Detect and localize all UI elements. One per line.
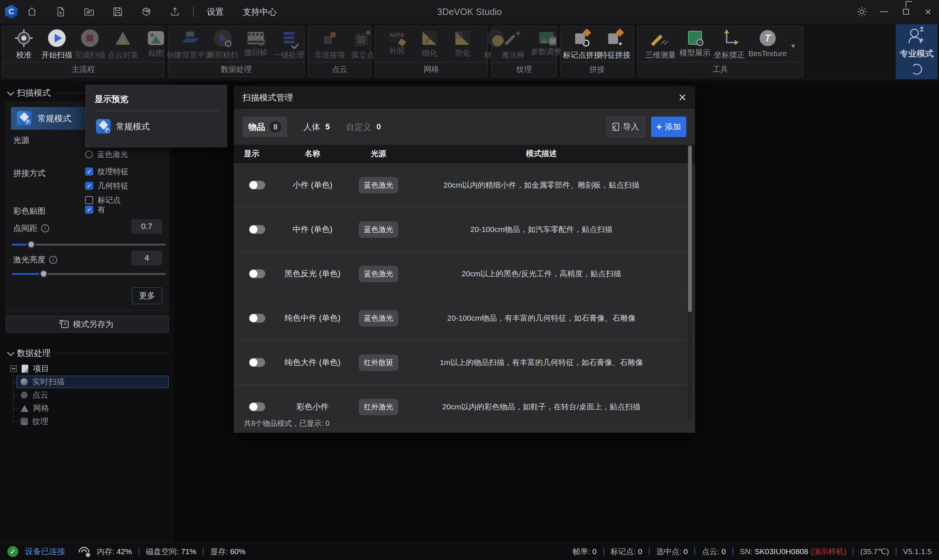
network-settings-icon[interactable] <box>78 546 90 557</box>
title-bar: C 设置 支持中心 3DeVOK Studio × <box>0 0 939 23</box>
import-button[interactable]: 导入 <box>606 117 645 137</box>
ribbon-disconnected-button[interactable]: 非连接项 <box>315 29 345 60</box>
show-toggle[interactable] <box>249 358 265 367</box>
ribbon-finish-scan-button[interactable]: 完成扫描 <box>74 29 105 60</box>
ribbon-feature-stitch-button[interactable]: 特征拼接 <box>600 29 631 60</box>
laser-brightness-slider[interactable] <box>12 269 166 278</box>
close-icon[interactable]: × <box>678 91 686 104</box>
tree-item-texture[interactable]: 纹理 <box>13 415 174 428</box>
radio-blue-laser[interactable]: 蓝色激光 <box>85 149 128 159</box>
toolbar-divider <box>193 6 194 17</box>
collapse-icon[interactable] <box>10 365 17 372</box>
ribbon-group-main: 校准 开始扫描 完成扫描 点云封装 贴图 主流程 <box>2 26 164 77</box>
slider-knob[interactable] <box>26 240 36 249</box>
pro-mode-button[interactable]: 专业模式 <box>896 24 937 79</box>
data-section-header[interactable]: 数据处理 <box>0 341 174 363</box>
ribbon-simplify-button[interactable]: 简化 <box>447 29 478 58</box>
marker-count: 标记点: 0 <box>611 546 642 557</box>
icon-part <box>724 29 729 33</box>
scrollbar[interactable] <box>688 145 692 418</box>
slider-knob[interactable] <box>39 269 48 278</box>
serial-number: SN: SK03IU0H0808 (演示样机) <box>740 546 846 557</box>
ribbon-pointcloud-wrap-button[interactable]: 点云封装 <box>108 29 138 60</box>
laser-brightness-value[interactable]: 4 <box>131 251 162 265</box>
dialog-header: 扫描模式管理 × <box>234 86 695 109</box>
show-toggle[interactable] <box>249 402 265 411</box>
pointcloud-icon <box>20 391 28 399</box>
tree-item-live-scan[interactable]: 实时扫描 <box>13 375 174 388</box>
ribbon-marker-stitch-button[interactable]: 标记点拼接 <box>567 29 598 60</box>
tab-custom[interactable]: 自定义 0 <box>346 121 381 133</box>
point-pitch-slider[interactable] <box>12 240 166 249</box>
popup-mode-item[interactable]: P 常规模式 <box>86 111 227 134</box>
ribbon-bestexture-button[interactable]: TBesTexture <box>748 29 787 58</box>
ribbon-group-pointcloud: 非连接项 孤立点 点云 <box>308 26 371 77</box>
open-project-icon[interactable] <box>75 0 103 23</box>
ribbon-param-adjust-button[interactable]: 参数调整 <box>531 29 561 57</box>
group-label-pointcloud: 点云 <box>308 62 371 77</box>
import-model-icon[interactable] <box>132 0 161 23</box>
memory-usage: 内存: 42% <box>97 546 132 557</box>
divider <box>55 353 169 353</box>
ribbon-calibrate-button[interactable]: 校准 <box>8 29 39 60</box>
show-toggle[interactable] <box>249 269 265 278</box>
ribbon-measure-button[interactable]: 三维测量 <box>645 29 676 60</box>
ribbon-isolated-button[interactable]: 孤立点 <box>347 29 378 60</box>
tab-items[interactable]: 物品 8 <box>242 117 287 137</box>
save-mode-as-button[interactable]: 模式另存为 <box>6 316 169 333</box>
ribbon-undo-frame-button[interactable]: 撤回帧 <box>240 29 271 57</box>
ribbon-axis-align-button[interactable]: 坐标摆正 <box>714 29 745 60</box>
tree-item-project[interactable]: 项目 <box>0 362 174 375</box>
minimize-button[interactable] <box>873 0 895 23</box>
ribbon-group-mesh: 补洞 细化 简化 材质球 网格 <box>375 26 488 77</box>
ribbon-start-scan-button[interactable]: 开始扫描 <box>42 29 72 60</box>
menu-support[interactable]: 支持中心 <box>233 6 286 18</box>
show-toggle[interactable] <box>249 181 265 189</box>
save-icon[interactable] <box>103 0 132 23</box>
marker-stitch-icon <box>573 29 591 47</box>
divider <box>5 310 170 311</box>
scrollbar-thumb[interactable] <box>688 146 692 312</box>
menu-settings[interactable]: 设置 <box>197 6 233 18</box>
ribbon-fine-scan-button[interactable]: 局部精扫 <box>207 29 238 60</box>
icon-part <box>735 40 739 45</box>
tab-human[interactable]: 人体 5 <box>303 121 330 133</box>
tree-item-pointcloud[interactable]: 点云 <box>13 388 174 402</box>
popup-title: 显示预览 <box>86 85 227 111</box>
divider <box>203 548 204 555</box>
close-window-button[interactable]: × <box>917 0 939 23</box>
show-toggle[interactable] <box>249 225 265 234</box>
gear-icon[interactable] <box>851 0 873 23</box>
point-pitch-value[interactable]: 0.7 <box>131 219 162 234</box>
chevron-down-icon[interactable]: ▾ <box>791 42 795 50</box>
tree-item-mesh[interactable]: 网格 <box>13 402 174 415</box>
ribbon-model-show-button[interactable]: 模型展示 <box>680 29 711 58</box>
home-icon[interactable] <box>18 0 46 23</box>
info-icon[interactable]: i <box>41 224 49 232</box>
ribbon-fill-hole-button[interactable]: 补洞 <box>381 29 412 56</box>
checkbox-texture-feature[interactable]: ✓纹理特征 <box>85 166 128 177</box>
info-icon[interactable]: i <box>49 256 57 264</box>
checkbox-colormap-yes[interactable]: ✓有 <box>85 205 105 215</box>
ribbon-oneclick-process-button[interactable]: 一键处理 <box>273 29 304 60</box>
project-doc-icon <box>22 365 28 373</box>
light-source-badge: 蓝色激光 <box>359 222 398 238</box>
checkbox-markers[interactable]: 标记点 <box>85 195 128 205</box>
new-project-icon[interactable] <box>46 0 75 23</box>
fill-hole-icon <box>388 32 405 43</box>
checkbox-geometry-feature[interactable]: ✓几何特征 <box>85 181 128 191</box>
disconnected-items-icon <box>321 29 339 47</box>
ribbon-create-plane-button[interactable]: 创建背景平面 <box>174 29 205 60</box>
restore-button[interactable] <box>895 0 917 23</box>
show-toggle[interactable] <box>249 314 265 323</box>
add-button[interactable]: + 添加 <box>651 117 686 137</box>
more-button[interactable]: 更多 <box>132 287 162 304</box>
pro-user-icon <box>908 29 925 43</box>
checkbox-unchecked-icon <box>85 196 93 204</box>
ribbon-refine-button[interactable]: 细化 <box>414 29 445 58</box>
group-label-stitch: 拼接 <box>561 62 634 77</box>
switch-mode-icon[interactable] <box>911 64 922 75</box>
scan-mode-manager-dialog: 扫描模式管理 × 物品 8 人体 5 自定义 0 导入 + 添加 显示 名 <box>234 86 695 433</box>
export-icon[interactable] <box>161 0 189 23</box>
color-map-label: 彩色贴图 <box>13 206 45 217</box>
